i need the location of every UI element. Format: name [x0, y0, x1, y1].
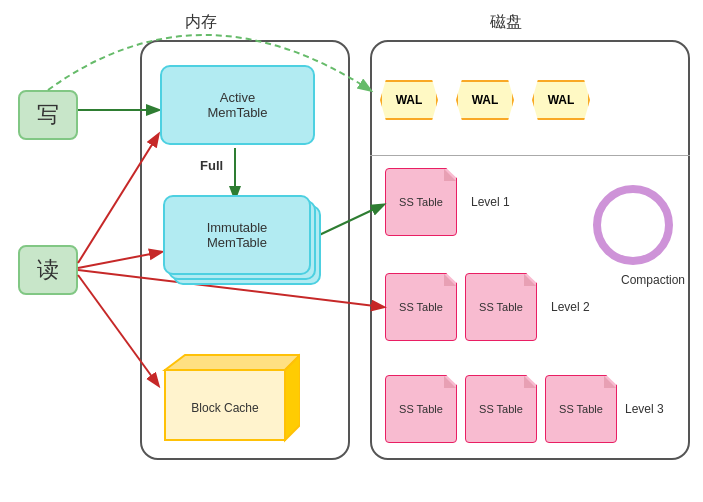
write-node: 写 — [18, 90, 78, 140]
ss-table-l1: SS Table — [385, 168, 457, 236]
level1-row: SS Table Level 1 — [385, 168, 510, 236]
ss-table-l3-1: SS Table — [385, 375, 457, 443]
full-label: Full — [200, 158, 223, 173]
compaction-label: Compaction — [621, 273, 685, 287]
disk-label: 磁盘 — [490, 12, 522, 33]
ss-table-l3-3: SS Table — [545, 375, 617, 443]
active-memtable: ActiveMemTable — [160, 65, 315, 145]
level3-row: SS Table SS Table SS Table Level 3 — [385, 375, 664, 443]
memory-label: 内存 — [185, 12, 217, 33]
ss-table-l3-2: SS Table — [465, 375, 537, 443]
wal-hex-3: WAL — [532, 80, 590, 120]
immutable-card-front: ImmutableMemTable — [163, 195, 311, 275]
wal-hex-1: WAL — [380, 80, 438, 120]
ss-table-l2-2: SS Table — [465, 273, 537, 341]
diagram-container: 内存 磁盘 写 读 ActiveMemTable Full ImmutableM… — [0, 0, 703, 502]
block-cache-svg: Block Cache — [155, 350, 300, 450]
ss-table-l2-1: SS Table — [385, 273, 457, 341]
svg-text:Block Cache: Block Cache — [191, 401, 259, 415]
wal-container: WAL WAL WAL — [380, 60, 590, 140]
disk-divider — [370, 155, 690, 156]
svg-marker-1 — [165, 355, 300, 370]
level3-label: Level 3 — [625, 402, 664, 416]
wal-hex-2: WAL — [456, 80, 514, 120]
read-node: 读 — [18, 245, 78, 295]
level2-row: SS Table SS Table Level 2 — [385, 273, 590, 341]
level2-label: Level 2 — [551, 300, 590, 314]
level1-label: Level 1 — [471, 195, 510, 209]
svg-marker-2 — [285, 355, 300, 440]
compaction-circle — [593, 185, 673, 265]
